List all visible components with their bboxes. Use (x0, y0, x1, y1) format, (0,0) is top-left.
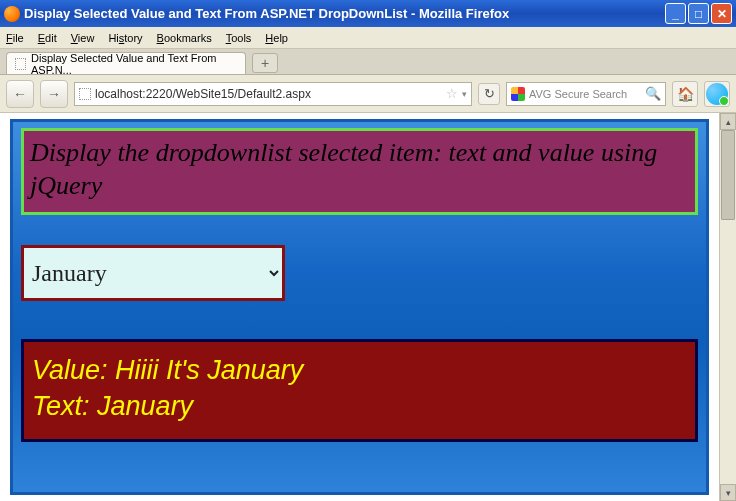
menubar: File Edit View History Bookmarks Tools H… (0, 27, 736, 49)
minimize-button[interactable]: _ (665, 3, 686, 24)
close-button[interactable]: ✕ (711, 3, 732, 24)
search-box[interactable]: AVG Secure Search 🔍 (506, 82, 666, 106)
viewport: Display the dropdownlist selected item: … (0, 113, 736, 501)
page-icon (15, 58, 26, 70)
home-button[interactable]: 🏠 (672, 81, 698, 107)
menu-view[interactable]: View (71, 32, 95, 44)
scroll-thumb[interactable] (721, 130, 735, 220)
reload-button[interactable]: ↻ (478, 83, 500, 105)
result-text-label: Text: (32, 391, 90, 421)
result-text-line: Text: January (32, 388, 687, 424)
maximize-button[interactable]: □ (688, 3, 709, 24)
menu-edit[interactable]: Edit (38, 32, 57, 44)
url-text: localhost:2220/WebSite15/Default2.aspx (95, 87, 442, 101)
url-bar[interactable]: localhost:2220/WebSite15/Default2.aspx ☆… (74, 82, 472, 106)
menu-tools[interactable]: Tools (226, 32, 252, 44)
new-tab-button[interactable]: + (252, 53, 278, 73)
site-icon (79, 88, 91, 100)
month-dropdown[interactable]: January (24, 248, 282, 298)
tabbar: Display Selected Value and Text From ASP… (0, 49, 736, 75)
search-icon[interactable]: 🔍 (645, 86, 661, 101)
scroll-up-button[interactable]: ▴ (720, 113, 736, 130)
main-panel: Display the dropdownlist selected item: … (10, 119, 709, 495)
forward-button[interactable]: → (40, 80, 68, 108)
menu-history[interactable]: History (108, 32, 142, 44)
result-value-label: Value: (32, 355, 108, 385)
firefox-icon (4, 6, 20, 22)
menu-help[interactable]: Help (265, 32, 288, 44)
tab-active[interactable]: Display Selected Value and Text From ASP… (6, 52, 246, 74)
result-text-text: January (97, 391, 193, 421)
menu-bookmarks[interactable]: Bookmarks (157, 32, 212, 44)
skype-button[interactable] (704, 81, 730, 107)
url-dropdown-icon[interactable]: ▾ (462, 89, 467, 99)
avg-icon (511, 87, 525, 101)
window-titlebar: Display Selected Value and Text From ASP… (0, 0, 736, 27)
toolbar: ← → localhost:2220/WebSite15/Default2.as… (0, 75, 736, 113)
result-value-text: Hiiii It's January (115, 355, 303, 385)
result-panel: Value: Hiiii It's January Text: January (21, 339, 698, 442)
tab-title: Display Selected Value and Text From ASP… (31, 52, 237, 76)
dropdown-wrapper: January (21, 245, 285, 301)
back-button[interactable]: ← (6, 80, 34, 108)
result-value-line: Value: Hiiii It's January (32, 352, 687, 388)
window-title: Display Selected Value and Text From ASP… (24, 6, 509, 21)
scroll-down-button[interactable]: ▾ (720, 484, 736, 501)
skype-icon (706, 83, 728, 105)
search-placeholder: AVG Secure Search (529, 88, 641, 100)
vertical-scrollbar[interactable]: ▴ ▾ (719, 113, 736, 501)
menu-file[interactable]: File (6, 32, 24, 44)
bookmark-star-icon[interactable]: ☆ (446, 86, 458, 101)
page-body: Display the dropdownlist selected item: … (0, 113, 719, 501)
page-heading: Display the dropdownlist selected item: … (21, 128, 698, 215)
